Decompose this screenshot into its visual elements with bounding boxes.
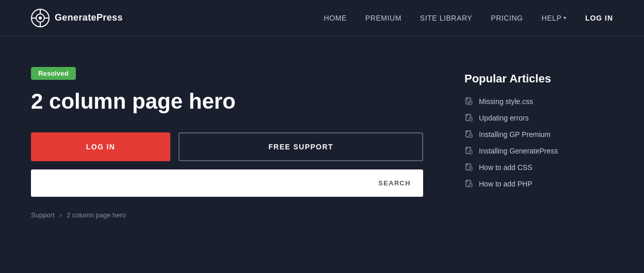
nav-item-premium[interactable]: PREMIUM xyxy=(365,14,401,22)
popular-articles-title: Popular Articles xyxy=(464,72,578,86)
search-bar: SEARCH xyxy=(31,169,423,197)
document-icon xyxy=(464,97,474,106)
search-input[interactable] xyxy=(31,169,366,197)
logo[interactable]: GeneratePress xyxy=(31,9,123,27)
action-buttons: LOG IN FREE SUPPORT xyxy=(31,132,423,161)
breadcrumb-parent[interactable]: Support xyxy=(31,211,55,219)
logo-text: GeneratePress xyxy=(55,12,123,23)
chevron-down-icon: ▾ xyxy=(564,15,567,21)
list-item[interactable]: Installing GP Premium xyxy=(464,130,578,139)
left-section: Resolved 2 column page hero LOG IN FREE … xyxy=(31,67,423,219)
document-icon xyxy=(464,179,474,189)
svg-rect-31 xyxy=(469,167,472,170)
list-item[interactable]: Updating errors xyxy=(464,113,578,123)
breadcrumb: Support › 2 column page hero xyxy=(31,211,423,219)
list-item[interactable]: How to add PHP xyxy=(464,179,578,189)
main-nav: HOME PREMIUM SITE LIBRARY PRICING HELP ▾… xyxy=(324,14,613,22)
svg-rect-8 xyxy=(466,98,468,100)
nav-item-site-library[interactable]: SITE LIBRARY xyxy=(420,14,472,22)
document-icon xyxy=(464,146,474,156)
nav-item-home[interactable]: HOME xyxy=(324,14,347,22)
svg-rect-16 xyxy=(469,117,472,121)
article-label: Missing style.css xyxy=(479,97,533,106)
article-label: Installing GeneratePress xyxy=(479,147,558,155)
svg-rect-11 xyxy=(469,101,472,105)
article-label: How to add CSS xyxy=(479,163,533,172)
breadcrumb-separator: › xyxy=(59,211,61,219)
document-icon xyxy=(464,130,474,139)
login-button[interactable]: LOG IN xyxy=(31,132,170,161)
nav-item-pricing[interactable]: PRICING xyxy=(491,14,523,22)
free-support-button[interactable]: FREE SUPPORT xyxy=(179,132,423,161)
svg-rect-36 xyxy=(469,183,472,187)
article-label: Installing GP Premium xyxy=(479,130,551,139)
svg-rect-26 xyxy=(469,150,472,154)
sidebar: Popular Articles Missing style.css xyxy=(464,67,578,219)
search-button[interactable]: SEARCH xyxy=(366,170,423,196)
page-title: 2 column page hero xyxy=(31,89,423,114)
list-item[interactable]: Installing GeneratePress xyxy=(464,146,578,156)
svg-rect-25 xyxy=(466,147,468,149)
svg-point-2 xyxy=(39,16,42,20)
svg-rect-21 xyxy=(469,134,472,138)
document-icon xyxy=(464,113,474,123)
nav-item-help[interactable]: HELP ▾ xyxy=(542,14,567,22)
resolved-badge: Resolved xyxy=(31,67,76,80)
popular-articles-list: Missing style.css Updating errors xyxy=(464,97,578,189)
logo-icon xyxy=(31,9,50,27)
svg-rect-35 xyxy=(466,180,468,182)
svg-rect-15 xyxy=(466,114,468,116)
article-label: How to add PHP xyxy=(479,180,533,188)
main-content: Resolved 2 column page hero LOG IN FREE … xyxy=(0,36,644,240)
article-label: Updating errors xyxy=(479,114,529,122)
site-header: GeneratePress HOME PREMIUM SITE LIBRARY … xyxy=(0,0,644,36)
breadcrumb-current: 2 column page hero xyxy=(67,211,126,219)
nav-item-login[interactable]: LOG IN xyxy=(585,14,613,22)
list-item[interactable]: Missing style.css xyxy=(464,97,578,106)
list-item[interactable]: How to add CSS xyxy=(464,163,578,172)
svg-rect-30 xyxy=(466,164,468,166)
svg-rect-20 xyxy=(466,131,468,133)
document-icon xyxy=(464,163,474,172)
